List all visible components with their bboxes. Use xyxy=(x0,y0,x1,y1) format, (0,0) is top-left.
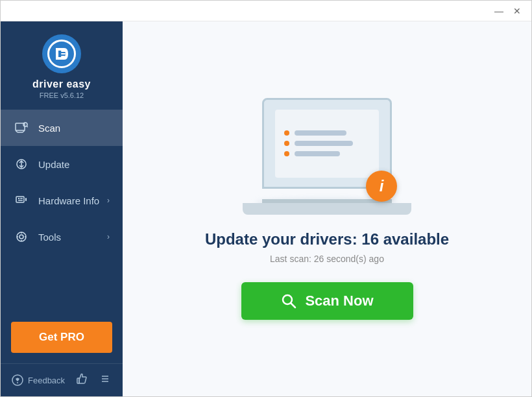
svg-rect-13 xyxy=(20,198,23,199)
logo-svg xyxy=(53,45,71,63)
get-pro-button[interactable]: Get PRO xyxy=(11,322,112,353)
sidebar-item-update[interactable]: Update xyxy=(1,146,123,182)
laptop-base xyxy=(243,203,411,215)
svg-point-7 xyxy=(23,123,27,126)
hardware-info-icon xyxy=(14,193,29,208)
main-layout: driver easy FREE v5.6.12 Scan xyxy=(1,21,531,396)
screen-bar-3 xyxy=(295,151,340,156)
update-icon xyxy=(14,156,29,172)
scan-now-icon xyxy=(280,293,297,309)
update-title: Update your drivers: 16 available xyxy=(205,230,449,248)
sidebar-item-tools[interactable]: Tools › xyxy=(1,219,123,255)
last-scan-text: Last scan: 26 second(s) ago xyxy=(270,254,384,264)
screen-bar-2 xyxy=(295,141,353,146)
sidebar: driver easy FREE v5.6.12 Scan xyxy=(1,21,123,396)
scan-now-label: Scan Now xyxy=(305,293,373,309)
sidebar-bottom: Feedback xyxy=(1,363,123,396)
laptop-screen-inner xyxy=(275,110,379,178)
screen-line-3 xyxy=(284,151,370,156)
svg-rect-1 xyxy=(61,53,66,54)
screen-bar-1 xyxy=(295,130,346,136)
screen-dot-2 xyxy=(284,141,289,146)
sidebar-item-update-label: Update xyxy=(38,159,69,170)
close-button[interactable]: ✕ xyxy=(508,2,526,20)
svg-rect-0 xyxy=(61,51,66,52)
content-area: i Update your drivers: 16 available Last… xyxy=(123,21,531,396)
app-window: — ✕ driver easy xyxy=(0,0,532,397)
sidebar-item-tools-label: Tools xyxy=(38,232,61,243)
logo-text: driver easy xyxy=(32,78,91,90)
minimize-button[interactable]: — xyxy=(490,2,508,20)
svg-rect-15 xyxy=(25,198,27,201)
screen-dot-3 xyxy=(284,151,289,156)
svg-point-17 xyxy=(19,235,23,239)
scan-now-button[interactable]: Scan Now xyxy=(241,282,413,320)
sidebar-item-hardware-info[interactable]: Hardware Info › xyxy=(1,182,123,219)
logo-inner xyxy=(47,40,76,68)
svg-rect-14 xyxy=(18,200,23,201)
screen-line-1 xyxy=(284,130,370,136)
feedback-icon xyxy=(11,374,24,387)
feedback-label: Feedback xyxy=(28,376,65,385)
logo-icon xyxy=(42,34,81,73)
logo-version: FREE v5.6.12 xyxy=(40,91,84,99)
tools-arrow: › xyxy=(107,232,110,241)
svg-rect-12 xyxy=(18,198,19,199)
info-badge: i xyxy=(366,171,397,202)
feedback-button[interactable]: Feedback xyxy=(11,374,65,387)
svg-rect-24 xyxy=(77,378,79,383)
screen-dot-1 xyxy=(284,130,289,136)
sidebar-item-hardware-info-label: Hardware Info xyxy=(38,195,99,206)
sidebar-logo: driver easy FREE v5.6.12 xyxy=(1,21,123,110)
list-icon[interactable] xyxy=(98,372,112,389)
hardware-info-arrow: › xyxy=(107,196,110,205)
scan-icon xyxy=(14,120,29,136)
svg-line-29 xyxy=(291,304,296,308)
title-bar: — ✕ xyxy=(1,1,531,21)
svg-rect-11 xyxy=(16,197,24,202)
tools-icon xyxy=(14,229,29,245)
laptop-illustration: i xyxy=(243,98,411,215)
thumbs-up-icon[interactable] xyxy=(75,372,89,389)
svg-point-23 xyxy=(17,382,18,383)
svg-rect-2 xyxy=(61,56,65,57)
svg-line-8 xyxy=(27,126,29,128)
sidebar-item-scan-label: Scan xyxy=(38,123,60,134)
svg-point-16 xyxy=(17,232,26,241)
screen-line-2 xyxy=(284,141,370,146)
sidebar-item-scan[interactable]: Scan xyxy=(1,110,123,146)
